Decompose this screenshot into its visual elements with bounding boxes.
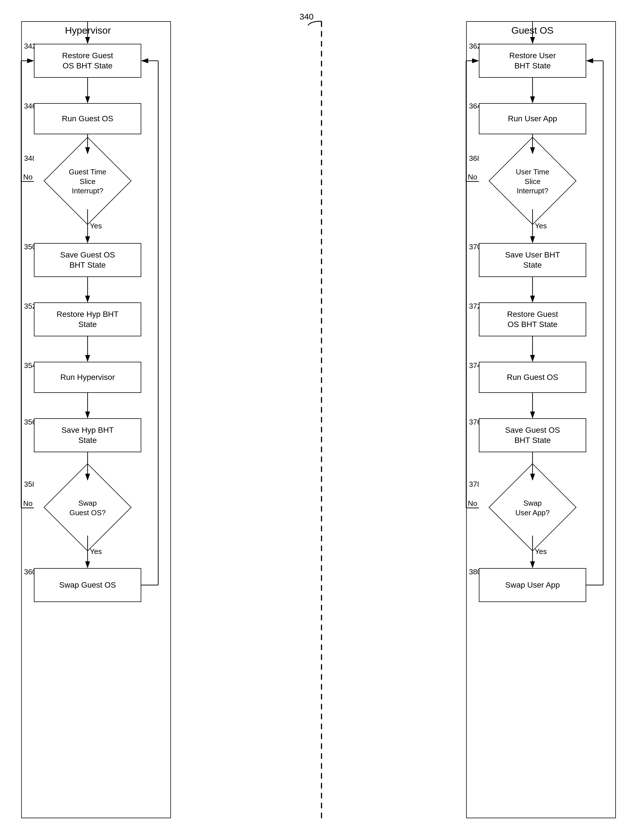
diagram: Hypervisor Guest OS 340 342 Restore Gues… bbox=[0, 0, 643, 840]
box-run-user-app: Run User App bbox=[479, 103, 586, 134]
box-restore-user-bht: Restore UserBHT State bbox=[479, 44, 586, 78]
box-restore-guest-bht: Restore GuestOS BHT State bbox=[34, 44, 141, 78]
diamond-swap-guest-os: SwapGuest OS? bbox=[34, 480, 141, 536]
box-save-hyp-bht: Save Hyp BHTState bbox=[34, 418, 141, 452]
guestos-title: Guest OS bbox=[511, 25, 553, 36]
box-restore-hyp-bht: Restore Hyp BHTState bbox=[34, 302, 141, 336]
box-run-guest-os: Run Guest OS bbox=[34, 103, 141, 134]
label-340: 340 bbox=[299, 12, 313, 21]
box-save-guest-bht: Save Guest OSBHT State bbox=[34, 243, 141, 277]
hypervisor-title: Hypervisor bbox=[65, 25, 111, 36]
box-swap-guest-os: Swap Guest OS bbox=[34, 568, 141, 602]
box-restore-guest-bht-2: Restore GuestOS BHT State bbox=[479, 302, 586, 336]
diamond-user-time-slice: User TimeSliceInterrupt? bbox=[479, 154, 586, 209]
diamond-swap-user-app: SwapUser App? bbox=[479, 480, 586, 536]
box-save-guest-bht-2: Save Guest OSBHT State bbox=[479, 418, 586, 452]
box-swap-user-app: Swap User App bbox=[479, 568, 586, 602]
box-run-hypervisor: Run Hypervisor bbox=[34, 362, 141, 393]
diamond-guest-time-slice: Guest TimeSliceInterrupt? bbox=[34, 154, 141, 209]
box-run-guest-os-2: Run Guest OS bbox=[479, 362, 586, 393]
box-save-user-bht: Save User BHTState bbox=[479, 243, 586, 277]
